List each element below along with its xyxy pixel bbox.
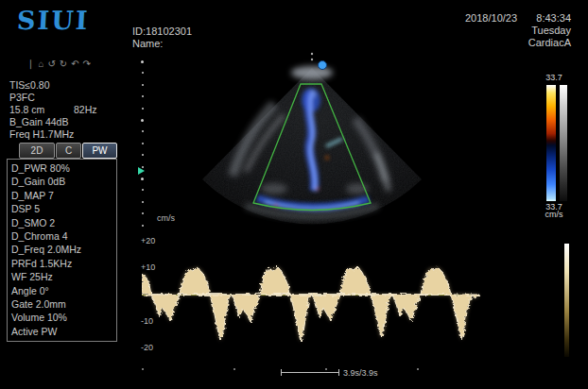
system-time: 8:43:34 — [536, 12, 571, 24]
timeline-tick — [417, 368, 419, 370]
pw-parameter: Active PW — [11, 325, 114, 338]
timeline-tick — [142, 368, 144, 370]
toolbar: ❘ ⌂ ↺ ↻ ↶ ↷ — [26, 59, 92, 69]
depth-value: 15.8 cm — [9, 104, 44, 116]
pw-parameter: WF 25Hz — [11, 270, 114, 283]
tab-2d[interactable]: 2D — [19, 143, 55, 159]
timeline-tick — [233, 368, 235, 370]
tab-pw[interactable]: PW — [82, 143, 117, 159]
home-icon[interactable]: ⌂ — [38, 59, 44, 69]
pw-parameter: D_Chroma 4 — [11, 229, 114, 243]
sweep-scale-tick-right — [338, 369, 339, 376]
pw-parameter: Volume 10% — [11, 311, 114, 324]
spectral-gain-bar — [564, 244, 569, 357]
grayscale-bar — [560, 85, 567, 201]
pw-parameter: D_MAP 7 — [11, 189, 114, 202]
system-date: 2018/10/23 — [465, 12, 517, 24]
tab-c[interactable]: C — [56, 143, 81, 159]
pw-parameter-list: D_PWR 80%D_Gain 0dBD_MAP 7DSP 5D_SMO 2D_… — [11, 161, 114, 338]
b-gain: B_Gain 44dB — [9, 116, 68, 128]
ultrasound-screen: SIUI ❘ ⌂ ↺ ↻ ↶ ↷ TIS≤0.80 P3FC 15.8 cm 8… — [0, 0, 588, 389]
tis-value: TIS≤0.80 — [9, 79, 50, 92]
frame-rate: 82Hz — [74, 104, 97, 116]
pw-parameter: DSP 5 — [11, 202, 114, 215]
pw-parameter: D_SMO 2 — [11, 216, 114, 229]
colorbar-unit: cm/s — [538, 210, 570, 219]
brand-logo: SIUI — [16, 6, 90, 35]
frequency: Freq H1.7MHz — [9, 128, 74, 141]
pw-parameter: D_PWR 80% — [11, 161, 114, 175]
pw-parameter: PRFd 1.5KHz — [11, 257, 114, 270]
sweep-scale-line — [281, 372, 338, 373]
pw-parameter: Gate 2.0mm — [11, 297, 114, 311]
doppler-colorbar — [546, 85, 556, 201]
spectral-unit: cm/s — [157, 213, 175, 223]
pw-parameter-box: D_PWR 80%D_Gain 0dBD_MAP 7DSP 5D_SMO 2D_… — [7, 159, 117, 342]
pointer-icon[interactable]: ❘ — [26, 59, 35, 69]
system-weekday: Tuesday — [531, 25, 571, 36]
redo-icon[interactable]: ↷ — [83, 59, 92, 69]
rotate-cw-icon[interactable]: ↻ — [60, 59, 68, 69]
pw-parameter: D_Gain 0dB — [11, 175, 114, 188]
pw-spectral-waveform — [142, 227, 482, 368]
sweep-time-label: 3.9s/3.9s — [343, 368, 378, 378]
rotate-ccw-icon[interactable]: ↺ — [47, 59, 56, 69]
undo-icon[interactable]: ↶ — [71, 59, 79, 69]
pw-parameter: Angle 0° — [11, 284, 114, 297]
colorbar-max: 33.7 — [538, 73, 570, 82]
probe-name: P3FC — [9, 92, 35, 104]
bmode-sector-image — [132, 47, 548, 236]
patient-id: ID:18102301 — [132, 25, 192, 37]
probe-orientation-marker — [319, 61, 327, 70]
timeline-tick — [325, 368, 327, 370]
pw-parameter: D_Freq 2.0MHz — [11, 243, 114, 256]
